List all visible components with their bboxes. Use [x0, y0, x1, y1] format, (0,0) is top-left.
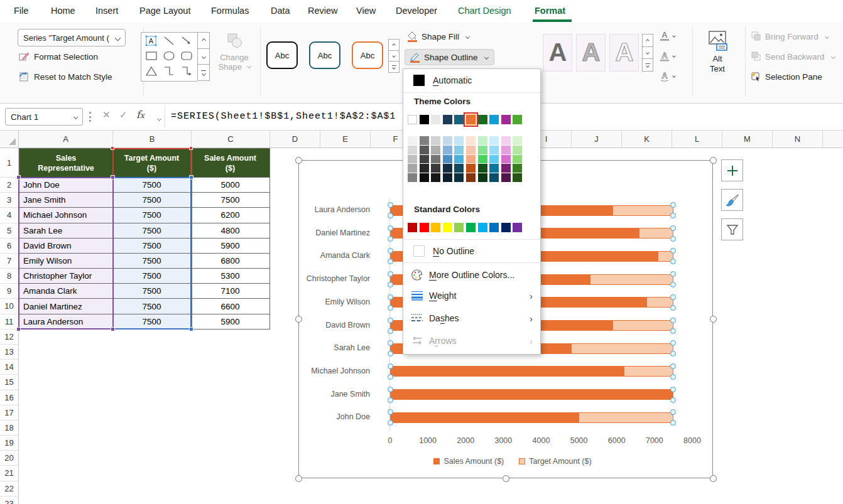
cell-name[interactable]: David Brown — [19, 239, 113, 254]
tab-insert[interactable]: Insert — [95, 6, 118, 16]
rounded-rectangle-shape-icon[interactable] — [179, 50, 197, 65]
row-header-22[interactable]: 22 — [0, 481, 18, 496]
target-bar-handle[interactable] — [670, 225, 676, 231]
shape-style-sample-1[interactable]: Abc — [266, 41, 298, 69]
theme-color-variant-swatch[interactable] — [478, 164, 487, 173]
menu-item-more-outline-colors[interactable]: More Outline Colors... — [403, 264, 540, 285]
line-shape-icon[interactable] — [161, 35, 179, 50]
chart-frame-handle[interactable] — [295, 475, 302, 482]
triangle-shape-icon[interactable] — [144, 65, 161, 80]
theme-color-swatch[interactable] — [454, 115, 464, 124]
row-header-6[interactable]: 6 — [0, 239, 18, 254]
chart-styles-button[interactable] — [721, 189, 743, 211]
tab-review[interactable]: Review — [308, 6, 338, 16]
theme-color-variant-swatch[interactable] — [489, 146, 499, 154]
target-bar-handle[interactable] — [670, 271, 676, 277]
cell-target[interactable]: 7500 — [113, 223, 191, 239]
text-fill-button[interactable]: A — [660, 30, 675, 41]
column-header-C[interactable]: C — [192, 131, 270, 147]
cell-name[interactable]: Amanda Clark — [19, 284, 113, 299]
chart-filters-button[interactable] — [721, 218, 743, 240]
standard-color-swatch[interactable] — [454, 223, 464, 232]
theme-color-variant-swatch[interactable] — [466, 173, 476, 182]
tab-home[interactable]: Home — [51, 6, 75, 16]
row-header-12[interactable]: 12 — [0, 330, 18, 345]
row-header-9[interactable]: 9 — [0, 284, 18, 299]
target-bar-handle[interactable] — [388, 248, 393, 254]
sales-bar[interactable] — [390, 389, 673, 400]
column-header-E[interactable]: E — [320, 131, 371, 147]
column-header-B[interactable]: B — [113, 131, 192, 147]
styles-scroll-down-button[interactable] — [388, 50, 400, 62]
bring-forward-button[interactable]: Bring Forward — [751, 31, 829, 41]
enter-button[interactable]: ✓ — [119, 109, 128, 121]
elbow-connector-shape-icon[interactable] — [161, 65, 179, 80]
reset-to-match-style-button[interactable]: Reset to Match Style — [19, 72, 112, 82]
send-backward-button[interactable]: Send Backward — [751, 51, 835, 62]
theme-color-variant-swatch[interactable] — [420, 136, 429, 145]
tab-developer[interactable]: Developer — [396, 6, 437, 16]
cell-target[interactable]: 7500 — [113, 314, 191, 330]
target-bar-handle[interactable] — [670, 294, 676, 300]
theme-color-variant-swatch[interactable] — [501, 173, 511, 182]
theme-color-variant-swatch[interactable] — [489, 164, 499, 173]
shape-style-sample-3[interactable]: Abc — [352, 41, 383, 69]
cell-sales[interactable]: 6800 — [191, 254, 270, 269]
cell-name[interactable]: Sarah Lee — [19, 223, 113, 239]
row-header-20[interactable]: 20 — [0, 451, 18, 466]
formula-bar-chevron-icon[interactable] — [155, 114, 161, 125]
change-shape-button[interactable]: ChangeShape — [215, 31, 254, 72]
shape-outline-button[interactable]: Shape Outline — [405, 49, 494, 65]
cell-sales[interactable]: 5000 — [191, 178, 270, 193]
theme-color-variant-swatch[interactable] — [454, 155, 464, 164]
theme-color-variant-swatch[interactable] — [478, 146, 487, 154]
cell-name[interactable]: Michael Johnson — [19, 208, 113, 223]
menu-item-dashes[interactable]: Dashes› — [403, 308, 540, 329]
row-header-4[interactable]: 4 — [0, 208, 18, 223]
tab-data[interactable]: Data — [271, 6, 290, 16]
theme-color-variant-swatch[interactable] — [431, 146, 440, 154]
theme-color-variant-swatch[interactable] — [443, 173, 452, 182]
wordart-style-sample-3[interactable]: A — [609, 34, 639, 72]
chart-frame-handle[interactable] — [503, 475, 509, 482]
wordart-gallery-more-button[interactable] — [642, 58, 653, 72]
theme-color-swatch[interactable] — [513, 115, 522, 124]
target-bar-handle[interactable] — [388, 387, 393, 392]
theme-color-variant-swatch[interactable] — [420, 146, 429, 154]
target-bar-handle[interactable] — [670, 236, 676, 242]
theme-color-variant-swatch[interactable] — [501, 155, 511, 164]
cell-name[interactable]: John Doe — [19, 178, 113, 193]
current-selection-dropdown[interactable]: Series "Target Amount ( — [18, 29, 126, 46]
target-bar-handle[interactable] — [388, 213, 393, 218]
theme-color-swatch[interactable] — [489, 115, 499, 124]
cell-sales[interactable]: 6600 — [191, 299, 270, 314]
cell-target[interactable]: 7500 — [113, 269, 191, 284]
row-header-21[interactable]: 21 — [0, 466, 18, 481]
row-header-2[interactable]: 2 — [0, 178, 18, 193]
theme-color-variant-swatch[interactable] — [501, 136, 511, 145]
cancel-button[interactable]: ✕ — [102, 109, 111, 121]
column-header-L[interactable]: L — [672, 131, 722, 147]
wordart-style-sample-1[interactable]: A — [543, 34, 572, 72]
shapes-scroll-up-button[interactable] — [197, 32, 210, 49]
cell-target[interactable]: 7500 — [113, 208, 191, 223]
theme-color-variant-swatch[interactable] — [408, 155, 417, 164]
shapes-scroll-down-button[interactable] — [197, 48, 210, 65]
theme-color-variant-swatch[interactable] — [431, 164, 440, 173]
column-header-K[interactable]: K — [622, 131, 672, 147]
theme-color-swatch[interactable] — [478, 115, 487, 124]
theme-color-variant-swatch[interactable] — [443, 155, 452, 164]
row-header-23[interactable]: 23 — [0, 496, 18, 504]
text-effects-button[interactable]: A — [660, 70, 675, 82]
standard-color-swatch[interactable] — [478, 223, 487, 232]
menu-item-no-outline[interactable]: No Outline — [403, 241, 540, 261]
row-header-19[interactable]: 19 — [0, 436, 18, 451]
target-bar-handle[interactable] — [670, 363, 676, 369]
chart-frame-handle[interactable] — [710, 157, 717, 164]
tab-file[interactable]: File — [14, 6, 28, 16]
target-bar-handle[interactable] — [388, 202, 393, 208]
target-bar-handle[interactable] — [388, 340, 393, 346]
legend-item[interactable]: Sales Amount ($) — [433, 457, 504, 466]
sales-bar[interactable] — [390, 412, 579, 423]
tab-page-layout[interactable]: Page Layout — [139, 6, 190, 16]
